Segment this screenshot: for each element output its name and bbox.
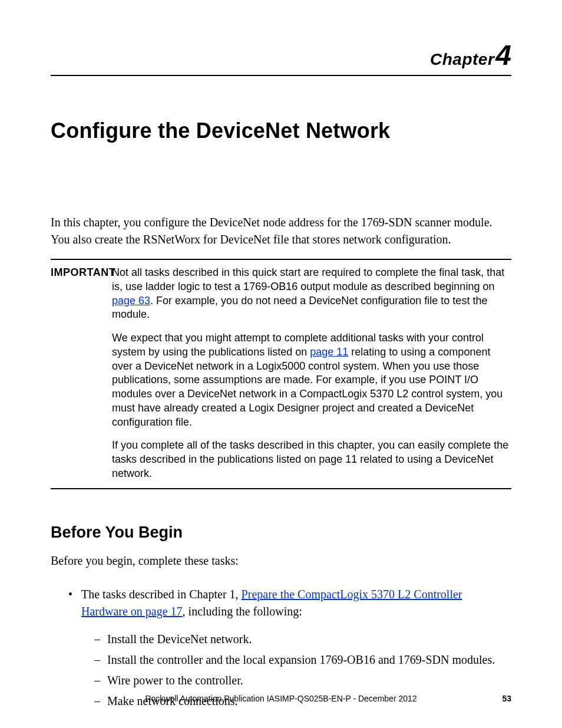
subtask-3: Wire power to the controller. [94, 672, 511, 689]
link-page-11[interactable]: page 11 [310, 346, 348, 358]
chapter-number: 4 [495, 39, 511, 71]
link-page-63[interactable]: page 63 [112, 295, 150, 307]
footer-text: Rockwell Automation Publication IASIMP-Q… [145, 694, 416, 703]
page-number: 53 [502, 694, 511, 703]
important-label: IMPORTANT [51, 266, 112, 481]
subtask-1: Install the DeviceNet network. [94, 631, 511, 648]
page-footer: Rockwell Automation Publication IASIMP-Q… [51, 694, 511, 703]
important-content: Not all tasks described in this quick st… [112, 266, 511, 481]
important-callout: IMPORTANT Not all tasks described in thi… [51, 259, 511, 489]
header-rule [51, 75, 511, 76]
subtask-2: Install the controller and the local exp… [94, 651, 511, 668]
page-title: Configure the DeviceNet Network [51, 118, 511, 143]
important-p2: We expect that you might attempt to comp… [112, 331, 511, 429]
chapter-label: Chapter [430, 50, 494, 68]
important-p3: If you complete all of the tasks describ… [112, 439, 511, 480]
intro-paragraph: In this chapter, you configure the Devic… [51, 214, 511, 248]
task-list: The tasks described in Chapter 1, Prepar… [68, 586, 511, 710]
important-p1: Not all tasks described in this quick st… [112, 266, 511, 322]
before-lead: Before you begin, complete these tasks: [51, 552, 511, 569]
before-heading: Before You Begin [51, 523, 511, 542]
task-item-1: The tasks described in Chapter 1, Prepar… [68, 586, 511, 710]
chapter-heading: Chapter4 [51, 39, 511, 71]
